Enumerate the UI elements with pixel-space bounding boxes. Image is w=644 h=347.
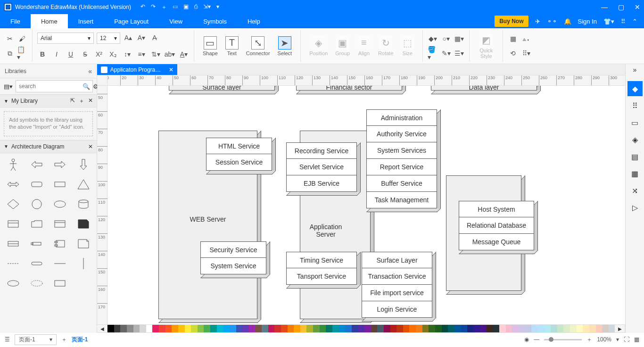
shape-arrow-right[interactable] [50, 156, 71, 173]
library-menu-icon[interactable]: ▤▾ [4, 83, 13, 90]
color-swatch[interactable] [152, 325, 159, 332]
diagram-cell[interactable]: Servlet Service [286, 159, 357, 175]
color-swatch[interactable] [306, 325, 313, 332]
print-icon[interactable]: ⎙ [194, 3, 198, 11]
color-swatch[interactable] [185, 325, 191, 332]
color-swatch[interactable] [519, 325, 525, 332]
color-swatch[interactable] [609, 325, 615, 332]
line-icon[interactable]: ○▾ [441, 33, 451, 44]
fill-color-icon[interactable]: 🪣▾ [428, 48, 438, 58]
fit-page-icon[interactable]: ⛶ [624, 336, 629, 343]
clear-format-icon[interactable]: A̶ [149, 33, 160, 43]
fill-icon[interactable]: ◆▾ [428, 33, 438, 44]
page-list-icon[interactable]: ☰ [5, 336, 10, 343]
size-tool[interactable]: ⬚Size [397, 34, 418, 58]
shape-arrow-left[interactable] [26, 156, 47, 173]
collapse-ribbon-icon[interactable]: ⌃ [632, 18, 637, 25]
align-tool[interactable]: ≡Align [354, 34, 374, 58]
diagram-cell[interactable]: Report Service [366, 159, 437, 175]
color-swatch[interactable] [255, 325, 262, 332]
color-swatch[interactable] [596, 325, 603, 332]
color-swatch[interactable] [358, 325, 364, 332]
strike-icon[interactable]: S̶ [80, 49, 90, 59]
color-swatch[interactable] [339, 325, 346, 332]
color-swatch[interactable] [480, 325, 487, 332]
color-swatch[interactable] [371, 325, 378, 332]
color-swatch[interactable] [499, 325, 506, 332]
color-swatch[interactable] [249, 325, 256, 332]
color-swatch[interactable] [288, 325, 294, 332]
diagram-cell[interactable]: Timing Service [286, 252, 357, 268]
diagram-cell[interactable]: System Service [200, 258, 266, 274]
more-icon[interactable]: ▾ [216, 3, 219, 11]
host-stack[interactable]: Host SystemRelational DatabaseMessage Qu… [459, 201, 534, 250]
diagram-cell[interactable]: Task Management [366, 192, 437, 208]
shape-slot[interactable] [26, 235, 47, 252]
diagram-cell[interactable]: Authority Service [366, 126, 437, 142]
color-swatch[interactable] [403, 325, 410, 332]
color-swatch[interactable] [538, 325, 545, 332]
color-swatch[interactable] [165, 325, 172, 332]
size-select[interactable]: 12▾ [97, 33, 120, 44]
color-swatch[interactable] [198, 325, 204, 332]
color-swatch[interactable] [461, 325, 467, 332]
user-icon[interactable]: 👕▾ [603, 18, 614, 25]
color-swatch[interactable] [204, 325, 210, 332]
minimize-icon[interactable]: — [601, 3, 608, 11]
color-swatch[interactable] [422, 325, 429, 332]
theme-panel-icon[interactable]: ⠿ [627, 98, 643, 113]
color-swatch[interactable] [172, 325, 178, 332]
shape-triangle[interactable] [73, 176, 94, 193]
recording-stack[interactable]: Recording ServiceServlet ServiceEJB Serv… [286, 142, 357, 192]
color-swatch[interactable] [294, 325, 300, 332]
color-swatch[interactable] [377, 325, 384, 332]
shape-cylinder[interactable] [73, 196, 94, 213]
color-swatch[interactable] [326, 325, 332, 332]
library-search-input[interactable] [16, 80, 93, 92]
shape-ellipse2[interactable] [3, 275, 24, 292]
tab-page-layout[interactable]: Page Layout [104, 14, 159, 28]
diagram-cell[interactable]: Relational Database [459, 217, 534, 234]
diagram-cell[interactable]: Session Service [206, 154, 272, 171]
color-swatch[interactable] [281, 325, 288, 332]
subscript-icon[interactable]: X₂ [108, 49, 118, 59]
color-swatch[interactable] [236, 325, 243, 332]
group-tool[interactable]: ▣Group [331, 34, 354, 58]
history-panel-icon[interactable]: ▦ [627, 166, 643, 181]
color-swatch[interactable] [454, 325, 461, 332]
copy-icon[interactable]: ⧉ [5, 48, 15, 58]
case-icon[interactable]: ↕▾ [122, 49, 132, 59]
connector-tool[interactable]: ⤡Connector [242, 34, 274, 58]
select-tool[interactable]: ➤Select [274, 34, 296, 58]
apps-icon[interactable]: ⠿ [621, 18, 626, 25]
timing-stack[interactable]: Timing ServiceTansport Service [286, 252, 357, 285]
color-swatch[interactable] [551, 325, 557, 332]
tab-help[interactable]: Help [237, 14, 271, 28]
zoom-out-icon[interactable]: — [534, 336, 539, 343]
tab-insert[interactable]: Insert [68, 14, 104, 28]
image-panel-icon[interactable]: ▭ [627, 115, 643, 130]
security-stack[interactable]: Security ServiceSystem Service [200, 241, 266, 274]
color-swatch[interactable] [242, 325, 249, 332]
distribute-icon[interactable]: ⠿▾ [521, 48, 531, 58]
shape-note[interactable] [73, 215, 94, 232]
diagram-cell[interactable]: Host System [459, 201, 534, 217]
color-swatch[interactable] [320, 325, 326, 332]
notification-icon[interactable]: 🔔 [564, 18, 571, 25]
style-panel-icon[interactable]: ◆ [627, 81, 643, 96]
color-swatch[interactable] [563, 325, 570, 332]
present-panel-icon[interactable]: ▷ [627, 200, 643, 215]
color-swatch[interactable] [384, 325, 390, 332]
share-icon[interactable]: ⚬⚬ [547, 18, 557, 25]
font-color-icon[interactable]: A▾ [179, 49, 189, 59]
cut-icon[interactable]: ✂ [5, 33, 15, 44]
remove-section-icon[interactable]: ✕ [88, 143, 93, 150]
shape-line-h[interactable] [50, 255, 71, 272]
shape-circle[interactable] [26, 196, 47, 213]
text-tool[interactable]: TText [222, 34, 242, 58]
italic-icon[interactable]: I [51, 49, 62, 59]
color-swatch[interactable] [512, 325, 519, 332]
new-icon[interactable]: ＋ [161, 3, 167, 11]
shape-tab[interactable] [26, 215, 47, 232]
color-swatch[interactable] [390, 325, 397, 332]
